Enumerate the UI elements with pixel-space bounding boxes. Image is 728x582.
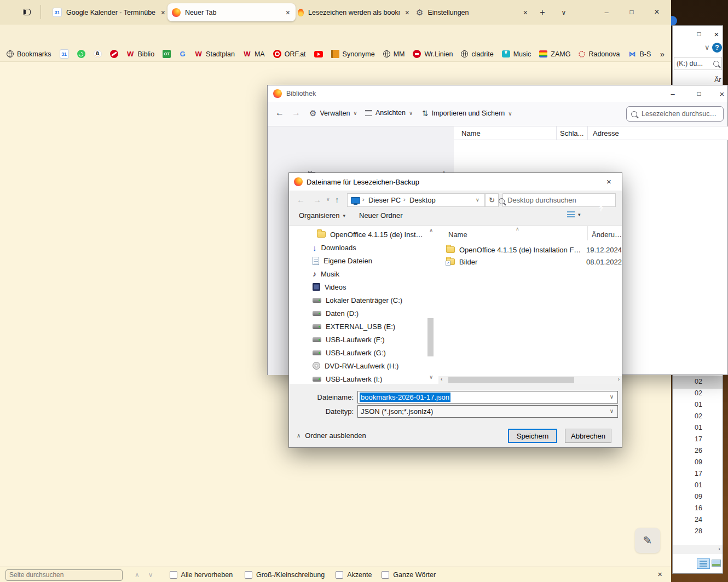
files-hscrollbar[interactable]: ‹ › — [438, 376, 622, 384]
bookmark-item-radonova[interactable]: Radonova — [579, 50, 620, 58]
sidebar-item-eigene-dateien[interactable]: Eigene Dateien — [313, 254, 372, 267]
sidebar-item-openoffice[interactable]: OpenOffice 4.1.15 (de) Installation F — [317, 228, 424, 241]
list-all-tabs-icon[interactable]: ∨ — [555, 5, 573, 20]
bookmark-item-amazon[interactable] — [94, 50, 102, 58]
manage-menu[interactable]: ⚙ Verwalten ∨ — [309, 109, 357, 117]
explorer-column-header[interactable]: Är — [714, 76, 721, 84]
explorer-close-button[interactable]: × — [708, 27, 725, 41]
explorer-date-cell[interactable]: 26 — [695, 447, 702, 454]
accents-checkbox[interactable] — [336, 571, 343, 579]
breadcrumb-desktop[interactable]: Desktop — [409, 196, 436, 204]
bookmark-item-youtube[interactable] — [314, 51, 323, 57]
address-breadcrumb[interactable]: › Dieser PC › Desktop ∨ — [347, 193, 485, 207]
bookmark-item-ot[interactable] — [163, 50, 171, 58]
explorer-date-cell[interactable]: 09 — [695, 493, 702, 500]
explorer-search-input[interactable]: (K:) du... — [674, 57, 722, 70]
tab-close-icon[interactable]: × — [522, 8, 529, 17]
organize-menu[interactable]: Organisieren ▾ — [299, 211, 345, 220]
cancel-button[interactable]: Abbrechen — [565, 429, 611, 443]
scroll-up-icon[interactable]: ∧ — [429, 227, 433, 233]
bookmark-item-ma[interactable]: MA — [243, 50, 265, 58]
column-address[interactable]: Adresse — [593, 129, 619, 137]
dialog-close-icon[interactable]: × — [606, 177, 611, 186]
filetype-select[interactable]: JSON (*.json;*.jsonlz4) ∨ — [357, 405, 618, 418]
firefox-view-button[interactable] — [21, 6, 33, 18]
tab-einstellungen[interactable]: ⚙ Einstellungen × — [412, 3, 533, 21]
bookmarks-overflow-button[interactable]: » — [660, 49, 665, 59]
views-menu[interactable]: Ansichten ∨ — [365, 109, 413, 117]
chevron-down-icon[interactable]: ∨ — [610, 408, 614, 414]
tab-lesezeichen[interactable]: Lesezeichen werden als bookm × — [293, 3, 415, 21]
explorer-date-cell[interactable]: 24 — [695, 516, 702, 523]
back-button[interactable]: ← — [297, 195, 305, 204]
view-mode-button[interactable]: ▾ — [567, 211, 581, 217]
sidebar-item-drive-e[interactable]: EXTERNAL_USB (E:) — [313, 320, 395, 333]
refresh-button[interactable]: ↻ — [485, 193, 499, 207]
explorer-maximize-button[interactable]: □ — [690, 27, 708, 41]
explorer-help-icon[interactable] — [712, 43, 722, 53]
library-minimize-button[interactable]: – — [664, 87, 681, 101]
explorer-date-cell[interactable]: 16 — [695, 504, 702, 512]
import-backup-menu[interactable]: ⇅ Importieren und Sichern ∨ — [422, 109, 512, 118]
explorer-date-cell[interactable]: 01 — [695, 481, 702, 489]
up-button[interactable]: ↑ — [335, 195, 339, 204]
bookmark-item-zamg[interactable]: ZAMG — [539, 50, 570, 58]
explorer-date-cell[interactable]: 02 — [695, 389, 702, 397]
minimize-button[interactable]: – — [598, 5, 615, 19]
new-tab-button[interactable]: + — [534, 5, 551, 20]
column-divider[interactable] — [556, 126, 557, 140]
close-button[interactable]: × — [648, 5, 666, 19]
sidebar-item-videos[interactable]: Videos — [313, 280, 346, 293]
scroll-right-icon[interactable]: › — [718, 545, 720, 552]
find-next-icon[interactable]: ∨ — [148, 571, 153, 579]
explorer-date-cell[interactable]: 01 — [695, 424, 702, 431]
edit-floating-button[interactable]: ✎ — [635, 528, 660, 553]
bookmark-item-stadtplan[interactable]: Stadtplan — [194, 50, 235, 58]
files-column-name[interactable]: Name — [448, 231, 467, 239]
explorer-date-cell[interactable]: 17 — [695, 470, 702, 477]
bookmark-item-google[interactable] — [179, 50, 186, 58]
tab-neuer-tab[interactable]: Neuer Tab × — [167, 3, 296, 21]
bookmark-item-wrlinien[interactable]: Wr.Linien — [413, 50, 453, 58]
find-input[interactable] — [5, 569, 123, 581]
explorer-date-cell[interactable]: 02 — [695, 412, 702, 420]
explorer-date-cell[interactable]: 01 — [695, 401, 702, 408]
explorer-hscrollbar[interactable]: › — [673, 545, 723, 554]
library-maximize-button[interactable]: □ — [690, 87, 708, 101]
library-close-button[interactable]: × — [713, 87, 728, 101]
tab-google-kalender[interactable]: Google Kalender - Terminübers × — [48, 3, 171, 21]
bookmark-item-music[interactable]: Music — [502, 50, 531, 58]
scroll-down-icon[interactable]: ∨ — [429, 374, 433, 380]
sidebar-scrollbar-thumb[interactable] — [427, 318, 434, 356]
column-tags[interactable]: Schla... — [560, 129, 583, 137]
chevron-down-icon[interactable]: ∨ — [476, 197, 479, 203]
whole-words-checkbox[interactable] — [382, 571, 389, 579]
files-hscrollbar-thumb[interactable] — [448, 377, 574, 383]
sidebar-item-drive-d[interactable]: Daten (D:) — [313, 307, 359, 320]
maximize-button[interactable]: □ — [623, 5, 640, 19]
bookmark-item-calendar[interactable] — [60, 49, 69, 59]
file-row-openoffice[interactable]: OpenOffice 4.1.15 (de) Installation File… — [446, 244, 622, 256]
hide-folders-button[interactable]: ∧ Ordner ausblenden — [297, 431, 366, 440]
tab-close-icon[interactable]: × — [404, 8, 411, 17]
explorer-ribbon-collapse-icon[interactable]: ∨ — [704, 43, 710, 51]
column-name[interactable]: Name — [461, 129, 481, 137]
bookmark-item-biblio[interactable]: Biblio — [126, 50, 155, 58]
history-chevron-icon[interactable]: ∨ — [326, 197, 330, 202]
highlight-all-checkbox[interactable] — [170, 571, 177, 579]
save-button[interactable]: Speichern — [508, 429, 557, 443]
sidebar-item-drive-c[interactable]: Lokaler Datenträger (C:) — [313, 293, 402, 307]
explorer-date-cell[interactable]: 28 — [695, 527, 702, 535]
scroll-right-icon[interactable]: › — [618, 376, 620, 382]
bookmark-item-whatsapp[interactable] — [77, 50, 85, 58]
file-row-bilder[interactable]: ↗ Bilder 08.01.2022 — [446, 256, 622, 268]
explorer-date-cell[interactable]: 09 — [695, 458, 702, 466]
tab-close-icon[interactable]: × — [160, 8, 166, 17]
details-view-button[interactable] — [697, 558, 710, 569]
thumbnail-view-button[interactable] — [712, 560, 721, 567]
sidebar-item-drive-h[interactable]: DVD-RW-Laufwerk (H:) — [313, 359, 398, 372]
column-divider[interactable] — [587, 126, 588, 140]
sidebar-item-drive-f[interactable]: USB-Laufwerk (F:) — [313, 333, 385, 346]
bookmark-item-mm[interactable]: MM — [383, 50, 405, 58]
filename-input[interactable]: bookmarks-2026-01-17.json ∨ — [357, 391, 618, 404]
